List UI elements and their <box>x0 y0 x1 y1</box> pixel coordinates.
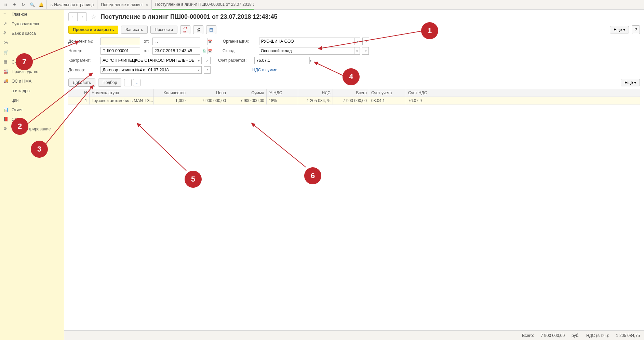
attach-button[interactable]: ▤ <box>206 25 216 34</box>
history-icon[interactable]: ↻ <box>19 1 27 9</box>
label-schet: Счет расчетов: <box>218 58 252 63</box>
post-button[interactable]: Провести <box>150 26 177 34</box>
search-icon[interactable]: 🔍 <box>28 1 36 9</box>
forward-button[interactable]: → <box>78 13 86 21</box>
org-open-button[interactable]: ↗ <box>362 38 369 45</box>
nds-value: 1 205 084,75 <box>616 333 640 338</box>
dropdown-icon[interactable]: ▾ <box>354 38 360 45</box>
sidebar-item-bank[interactable]: ₽Банк и касса <box>0 29 64 38</box>
col-total: Всего <box>333 89 369 97</box>
star-icon[interactable]: ★ <box>10 1 18 9</box>
col-nom: Номенклатура <box>90 89 154 97</box>
col-acct: Счет учета <box>369 89 406 97</box>
org-combo[interactable]: ▾ <box>259 38 360 45</box>
home-icon: ⌂ <box>50 2 53 7</box>
dogovor-open-button[interactable]: ↗ <box>204 66 211 74</box>
sidebar-label: Руководителю <box>12 22 39 26</box>
table-area: Добавить Подбор ↑ ↓ Еще ▾ N Номенклатура… <box>68 79 640 105</box>
more-button[interactable]: Еще ▾ <box>610 26 629 33</box>
dogovor-combo[interactable]: ▾ <box>100 66 202 74</box>
bars-icon: 📊 <box>3 107 9 113</box>
date-extra-icon[interactable]: ⎘ <box>203 48 205 53</box>
help-button[interactable]: ? <box>632 25 640 34</box>
status-bar: Всего: 7 900 000,00 руб. НДС (в т.ч.): 1… <box>64 330 644 340</box>
sidebar-item-purchase[interactable]: 🛒 <box>0 48 64 57</box>
sidebar-item-hr[interactable]: а и кадры <box>0 86 64 96</box>
schet-combo[interactable]: ▾ <box>254 57 282 64</box>
sidebar-item-sales[interactable]: 🛍 <box>0 38 64 48</box>
sidebar-label: Склад <box>12 60 24 65</box>
chart-icon: ↗ <box>3 21 9 27</box>
label-contr: Контрагент: <box>68 58 98 63</box>
table-command-bar: Добавить Подбор ↑ ↓ Еще ▾ <box>68 79 640 89</box>
sidebar-item-admin[interactable]: ⚙Администрирование <box>0 124 64 134</box>
dropdown-icon[interactable]: ▾ <box>354 47 360 54</box>
tab-home[interactable]: ⌂ Начальная страница <box>46 0 97 10</box>
sidebar-item-ops[interactable]: ции <box>0 96 64 105</box>
calendar-icon[interactable]: 📅 <box>207 47 212 54</box>
back-button[interactable]: ← <box>69 13 78 21</box>
favorite-icon[interactable]: ☆ <box>91 13 96 20</box>
bag-icon: 🛍 <box>3 40 9 46</box>
nav-buttons: ← → <box>68 12 87 21</box>
sidebar-item-manager[interactable]: ↗Руководителю <box>0 19 64 29</box>
tab-document[interactable]: Поступление в лизинг ПШ00-000001 от 23.0… <box>152 0 254 10</box>
sidebar-item-main[interactable]: ≡Главное <box>0 10 64 19</box>
label-org: Организация: <box>223 39 257 44</box>
docno-input[interactable] <box>100 38 140 45</box>
add-button[interactable]: Добавить <box>68 79 95 87</box>
dropdown-icon[interactable]: ▾ <box>196 57 201 64</box>
sklad-combo[interactable]: ▾ <box>259 47 360 55</box>
contr-combo[interactable]: ▾ <box>100 57 202 64</box>
calendar-icon[interactable]: 📅 <box>207 38 212 45</box>
move-down-button[interactable]: ↓ <box>133 79 140 86</box>
items-table[interactable]: N Номенклатура Количество Цена Сумма % Н… <box>68 89 640 105</box>
cell-sum: 7 900 000,00 <box>228 97 267 104</box>
bell-icon[interactable]: 🔔 <box>37 1 45 9</box>
col-nds: НДС <box>298 89 333 97</box>
dropdown-icon[interactable]: ▾ <box>309 57 311 64</box>
sidebar: ≡Главное ↗Руководителю ₽Банк и касса 🛍 🛒… <box>0 10 64 340</box>
table-row[interactable]: 1 Грузовой автомобиль MAN TG... 1,000 7 … <box>68 97 640 105</box>
number-input[interactable] <box>100 47 140 55</box>
select-button[interactable]: Подбор <box>98 79 121 87</box>
apps-icon[interactable]: ⠿ <box>1 1 10 9</box>
sidebar-item-production[interactable]: 🏭Производство <box>0 67 64 76</box>
tab-list[interactable]: Поступление в лизинг × <box>97 0 152 10</box>
table-more-button[interactable]: Еще ▾ <box>621 79 640 86</box>
contr-open-button[interactable]: ↗ <box>204 57 211 64</box>
label-docno: Документ №: <box>68 39 98 44</box>
print-button[interactable]: 🖨 <box>193 25 203 34</box>
total-value: 7 900 000,00 <box>541 333 565 338</box>
col-ndsacct: Счет НДС <box>406 89 443 97</box>
sidebar-item-ref[interactable]: 📕Спра <box>0 115 64 124</box>
write-button[interactable]: Записать <box>121 26 147 34</box>
doc-header: ← → ☆ Поступление в лизинг ПШ00-000001 о… <box>64 10 644 24</box>
sklad-open-button[interactable]: ↗ <box>362 47 369 55</box>
close-icon[interactable]: × <box>146 3 148 7</box>
cell-price: 7 900 000,00 <box>188 97 228 104</box>
post-and-close-button[interactable]: Провести и закрыть <box>68 26 118 34</box>
docdate-input[interactable]: 📅 <box>152 38 200 45</box>
date-input[interactable]: 📅 <box>152 47 200 55</box>
tabs-row: ⌂ Начальная страница Поступление в лизин… <box>46 0 644 10</box>
sidebar-item-reports[interactable]: 📊Отчет <box>0 105 64 115</box>
nds-link[interactable]: НДС в сумме <box>252 68 278 72</box>
truck-icon: 🚚 <box>3 79 9 84</box>
menu-icon: ≡ <box>3 12 9 17</box>
movements-button[interactable]: Аткт <box>180 25 190 34</box>
sidebar-label: Спра <box>12 117 22 122</box>
dropdown-icon[interactable]: ▾ <box>196 67 201 73</box>
move-up-button[interactable]: ↑ <box>124 79 132 86</box>
people-icon <box>3 88 9 94</box>
sidebar-label: Банк и касса <box>12 31 36 36</box>
col-price: Цена <box>188 89 228 97</box>
cell-total: 7 900 000,00 <box>333 97 369 104</box>
sidebar-item-assets[interactable]: 🚚ОС и НМА <box>0 76 64 86</box>
label-from2: от: <box>142 48 150 53</box>
cart-icon: 🛒 <box>3 50 9 55</box>
cell-ndsacct: 76.07.9 <box>406 97 443 104</box>
col-ndspct: % НДС <box>267 89 298 97</box>
file-icon: ▤ <box>209 27 213 32</box>
sidebar-item-warehouse[interactable]: ▦Склад <box>0 57 64 67</box>
